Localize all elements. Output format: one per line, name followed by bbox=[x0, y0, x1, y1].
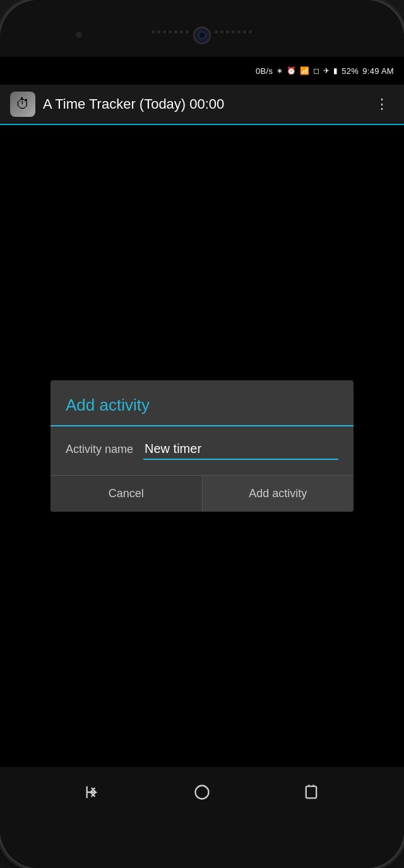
svg-rect-2 bbox=[306, 787, 316, 799]
dialog-actions: Cancel Add activity bbox=[50, 475, 354, 512]
earpiece bbox=[152, 30, 189, 33]
overflow-menu-button[interactable]: ⋮ bbox=[370, 91, 394, 118]
app-logo: ⏱ bbox=[10, 92, 35, 117]
network-speed: 0B/s bbox=[256, 66, 273, 76]
back-nav-button[interactable] bbox=[79, 778, 107, 806]
add-activity-button[interactable]: Add activity bbox=[203, 476, 354, 512]
sim-icon: ◻ bbox=[313, 66, 319, 75]
phone-bottom-bezel bbox=[0, 817, 404, 868]
dialog-body: Activity name bbox=[50, 426, 354, 465]
app-header: ⏱ A Time Tracker (Today) 00:00 ⋮ bbox=[0, 85, 404, 125]
battery-icon: ▮ bbox=[333, 66, 338, 75]
cancel-button[interactable]: Cancel bbox=[50, 476, 203, 512]
svg-point-1 bbox=[195, 786, 208, 799]
wifi-icon: 📶 bbox=[300, 66, 309, 75]
back-icon bbox=[84, 783, 102, 801]
recent-icon bbox=[302, 783, 320, 801]
phone-frame: 0B/s ∗ ⏰ 📶 ◻ ✈ ▮ 52% 9:49 AM ⏱ A Time Tr… bbox=[0, 0, 404, 868]
screen: 0B/s ∗ ⏰ 📶 ◻ ✈ ▮ 52% 9:49 AM ⏱ A Time Tr… bbox=[0, 57, 404, 817]
main-content: Add activity Activity name Cancel Add ac… bbox=[0, 125, 404, 767]
nav-bar bbox=[0, 767, 404, 817]
dialog-overlay: Add activity Activity name Cancel Add ac… bbox=[0, 125, 404, 767]
home-icon bbox=[193, 783, 211, 801]
alarm-icon: ⏰ bbox=[287, 66, 296, 75]
speaker-dots bbox=[215, 30, 252, 33]
add-activity-dialog: Add activity Activity name Cancel Add ac… bbox=[50, 380, 354, 512]
status-bar: 0B/s ∗ ⏰ 📶 ◻ ✈ ▮ 52% 9:49 AM bbox=[0, 57, 404, 85]
recent-nav-button[interactable] bbox=[297, 778, 325, 806]
activity-name-label: Activity name bbox=[66, 443, 133, 456]
phone-top-bar bbox=[0, 0, 404, 57]
speaker-dot-left bbox=[76, 32, 82, 38]
clock: 9:49 AM bbox=[362, 66, 394, 76]
activity-name-input[interactable] bbox=[143, 439, 338, 460]
app-title: A Time Tracker (Today) 00:00 bbox=[43, 96, 370, 112]
battery-percent: 52% bbox=[342, 66, 359, 76]
bluetooth-icon: ∗ bbox=[276, 66, 283, 75]
home-nav-button[interactable] bbox=[188, 778, 216, 806]
dialog-title: Add activity bbox=[50, 380, 354, 426]
front-camera bbox=[193, 27, 211, 44]
airplane-icon: ✈ bbox=[323, 66, 330, 75]
